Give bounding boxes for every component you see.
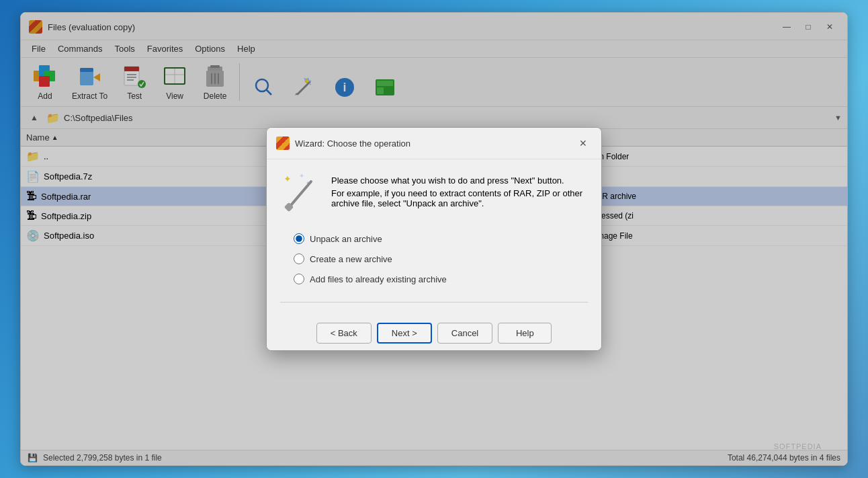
- radio-unpack[interactable]: [294, 233, 304, 244]
- dialog-close-button[interactable]: ✕: [574, 134, 592, 152]
- dialog-description: Please choose what you wish to do and pr…: [331, 173, 582, 213]
- radio-add-existing[interactable]: [294, 274, 304, 284]
- modal-overlay: Wizard: Choose the operation ✕ ✦ ✦: [21, 13, 847, 465]
- desc-line3: archive file, select "Unpack an archive"…: [331, 198, 582, 208]
- svg-text:✦: ✦: [284, 173, 292, 184]
- dialog-app-icon: [276, 136, 290, 150]
- dialog-separator: [280, 302, 588, 303]
- desc-line1: Please choose what you wish to do and pr…: [331, 175, 582, 186]
- dialog-options: Unpack an archive Create a new archive A…: [280, 227, 588, 291]
- radio-unpack-label: Unpack an archive: [310, 234, 382, 244]
- back-button[interactable]: < Back: [316, 323, 372, 344]
- dialog-footer: < Back Next > Cancel Help: [267, 316, 601, 350]
- radio-create-label: Create a new archive: [310, 254, 392, 264]
- wizard-icon: ✦ ✦ ✦: [280, 173, 320, 213]
- next-button[interactable]: Next >: [377, 323, 432, 344]
- help-button[interactable]: Help: [498, 323, 552, 344]
- svg-line-40: [288, 182, 311, 208]
- option-create[interactable]: Create a new archive: [294, 253, 574, 264]
- option-add-existing[interactable]: Add files to already existing archive: [294, 274, 574, 284]
- dialog-title: Wizard: Choose the operation: [295, 138, 410, 149]
- radio-add-existing-label: Add files to already existing archive: [310, 274, 447, 284]
- dialog-header-row: ✦ ✦ ✦ Please choose what you wish to do …: [280, 173, 588, 213]
- app-window: Files (evaluation copy) — □ ✕ File Comma…: [20, 12, 848, 466]
- cancel-button[interactable]: Cancel: [437, 323, 492, 344]
- wizard-dialog: Wizard: Choose the operation ✕ ✦ ✦: [266, 127, 602, 351]
- dialog-title-bar: Wizard: Choose the operation ✕: [267, 128, 601, 159]
- desc-line2: For example, if you need to extract cont…: [331, 188, 582, 198]
- svg-text:✦: ✦: [299, 172, 304, 180]
- option-unpack[interactable]: Unpack an archive: [294, 233, 574, 244]
- radio-create[interactable]: [294, 253, 304, 264]
- dialog-body: ✦ ✦ ✦ Please choose what you wish to do …: [267, 159, 601, 316]
- dialog-title-left: Wizard: Choose the operation: [276, 136, 410, 150]
